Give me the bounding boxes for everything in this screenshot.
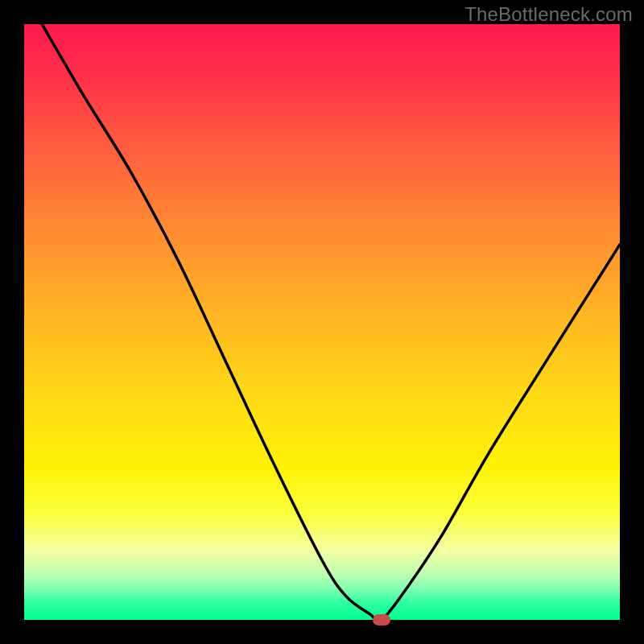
optimal-point-marker [373,614,390,625]
plot-area [24,24,620,620]
chart-frame: TheBottleneck.com [0,0,644,644]
curve-svg [24,24,620,620]
watermark-text: TheBottleneck.com [464,3,633,26]
bottleneck-curve-path [42,24,620,620]
